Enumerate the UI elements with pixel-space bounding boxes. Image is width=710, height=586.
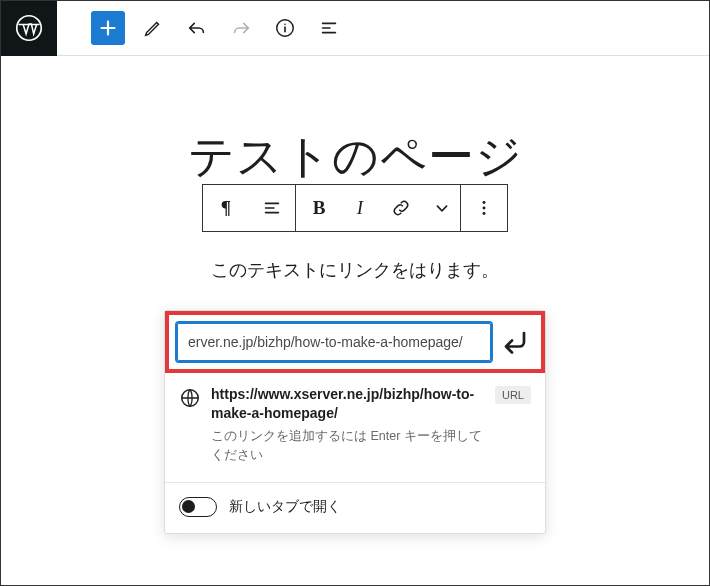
wordpress-logo[interactable]	[1, 1, 57, 56]
block-toolbar: ¶ B I	[202, 184, 508, 232]
new-tab-toggle[interactable]	[179, 497, 217, 517]
wordpress-icon	[15, 14, 43, 42]
bold-icon: B	[313, 197, 326, 219]
enter-icon	[497, 324, 533, 360]
new-tab-row: 新しいタブで開く	[165, 483, 545, 533]
url-badge: URL	[495, 386, 531, 404]
new-tab-label: 新しいタブで開く	[229, 498, 341, 516]
align-button[interactable]	[249, 185, 295, 231]
link-popover: https://www.xserver.ne.jp/bizhp/how-to-m…	[164, 310, 546, 534]
globe-icon	[179, 387, 201, 413]
suggestion-hint: このリンクを追加するには Enter キーを押してください	[211, 427, 485, 465]
chevron-down-icon	[431, 197, 453, 219]
top-toolbar	[1, 1, 709, 56]
redo-icon	[230, 17, 252, 39]
svg-point-3	[483, 207, 486, 210]
info-button[interactable]	[263, 6, 307, 50]
info-icon	[274, 17, 296, 39]
add-block-button[interactable]	[91, 11, 125, 45]
more-formatting-button[interactable]	[424, 185, 460, 231]
undo-button[interactable]	[175, 6, 219, 50]
svg-point-0	[17, 16, 42, 41]
italic-button[interactable]: I	[342, 185, 378, 231]
link-icon	[390, 197, 412, 219]
suggestion-url: https://www.xserver.ne.jp/bizhp/how-to-m…	[211, 385, 485, 423]
outline-button[interactable]	[307, 6, 351, 50]
bold-button[interactable]: B	[296, 185, 342, 231]
align-icon	[261, 197, 283, 219]
plus-icon	[97, 17, 119, 39]
link-submit-button[interactable]	[497, 324, 533, 360]
paragraph-block[interactable]: このテキストにリンクをはります。	[211, 258, 499, 282]
paragraph-icon: ¶	[221, 197, 231, 219]
link-button[interactable]	[378, 185, 424, 231]
pencil-icon	[142, 17, 164, 39]
editor-content: テストのページ ¶ B I	[1, 56, 709, 534]
svg-point-2	[483, 201, 486, 204]
redo-button[interactable]	[219, 6, 263, 50]
suggestion-body: https://www.xserver.ne.jp/bizhp/how-to-m…	[211, 385, 485, 464]
block-type-button[interactable]: ¶	[203, 185, 249, 231]
kebab-icon	[473, 197, 495, 219]
italic-icon: I	[357, 197, 363, 219]
link-url-input[interactable]	[177, 323, 491, 361]
link-input-highlight	[165, 311, 545, 373]
outline-icon	[318, 17, 340, 39]
toggle-knob	[182, 500, 195, 513]
more-options-button[interactable]	[461, 185, 507, 231]
edit-mode-button[interactable]	[131, 6, 175, 50]
undo-icon	[186, 17, 208, 39]
page-title[interactable]: テストのページ	[188, 126, 523, 188]
link-suggestion[interactable]: https://www.xserver.ne.jp/bizhp/how-to-m…	[165, 373, 545, 478]
svg-point-4	[483, 212, 486, 215]
